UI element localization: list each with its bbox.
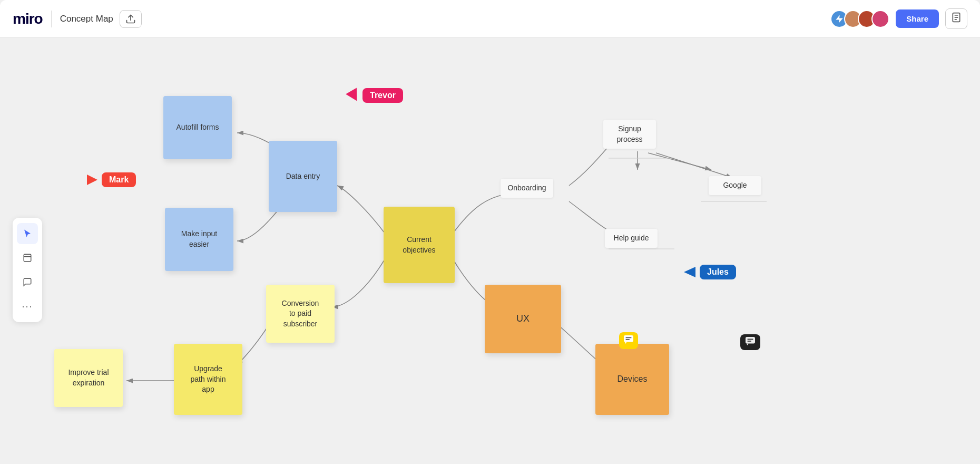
- svg-rect-19: [24, 254, 31, 262]
- header-right: Share: [830, 8, 967, 29]
- trevor-label: Trevor: [362, 88, 403, 103]
- canvas: Autofill forms Data entry Make input eas…: [0, 38, 980, 464]
- sticky-current-objectives[interactable]: Current objectives: [384, 207, 455, 283]
- svg-marker-14: [625, 342, 627, 344]
- svg-rect-15: [746, 337, 755, 344]
- cursor-jules: Jules: [684, 265, 736, 279]
- text-onboarding: Onboarding: [501, 179, 553, 198]
- sticky-improve-trial[interactable]: Improve trial expiration: [54, 349, 123, 407]
- sticky-autofill[interactable]: Autofill forms: [163, 96, 232, 159]
- header-divider: [51, 11, 52, 27]
- jules-label: Jules: [700, 265, 736, 279]
- comment-tool[interactable]: [17, 272, 38, 293]
- select-tool[interactable]: [17, 223, 38, 244]
- sticky-upgrade[interactable]: Upgrade path within app: [174, 344, 242, 415]
- more-tool[interactable]: ···: [17, 296, 38, 317]
- mark-label: Mark: [102, 172, 136, 187]
- sticky-conversion[interactable]: Conversion to paid subscriber: [266, 285, 335, 343]
- sticky-make-input[interactable]: Make input easier: [165, 208, 233, 271]
- avatar-3: [871, 10, 889, 28]
- document-button[interactable]: [945, 8, 967, 29]
- avatar-group: [830, 10, 889, 28]
- header: miro Concept Map Share: [0, 0, 980, 38]
- share-button[interactable]: Share: [896, 9, 939, 28]
- upload-button[interactable]: [120, 10, 142, 28]
- svg-rect-11: [624, 335, 633, 342]
- chat-bubble-icon: [619, 332, 638, 349]
- black-chat-icon: [740, 334, 760, 350]
- left-toolbar: ···: [13, 218, 42, 322]
- cursor-trevor: Trevor: [348, 88, 403, 103]
- text-signup: Signup process: [603, 120, 656, 149]
- sticky-devices[interactable]: Devices: [595, 344, 669, 415]
- sticky-tool[interactable]: [17, 247, 38, 268]
- text-google: Google: [709, 176, 761, 195]
- svg-marker-18: [747, 344, 749, 346]
- miro-logo: miro: [13, 11, 43, 27]
- sticky-ux[interactable]: UX: [485, 285, 561, 353]
- text-help-guide: Help guide: [605, 229, 658, 248]
- arrows-svg: [0, 38, 980, 464]
- header-title: Concept Map: [60, 14, 113, 24]
- sticky-data-entry[interactable]: Data entry: [269, 141, 337, 212]
- svg-marker-1: [836, 15, 844, 23]
- cursor-mark: Mark: [87, 172, 136, 187]
